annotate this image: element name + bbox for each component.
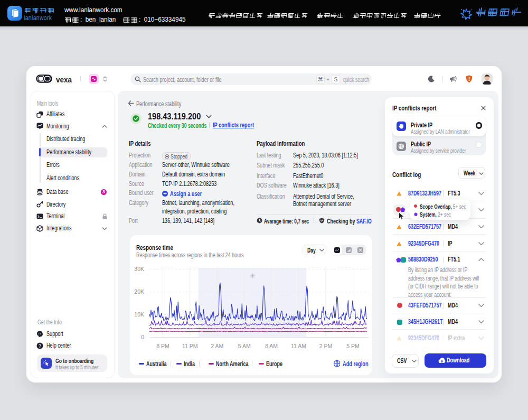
svg-text:5 AM: 5 AM <box>238 343 251 349</box>
svg-text:0: 0 <box>141 334 144 340</box>
svg-text:10K: 10K <box>134 311 144 318</box>
svg-text:30K: 30K <box>134 266 144 272</box>
svg-text:5 PM: 5 PM <box>346 343 360 349</box>
svg-text:2 PM: 2 PM <box>319 343 333 349</box>
svg-text:8 AM: 8 AM <box>265 343 278 349</box>
svg-text:20K: 20K <box>134 288 144 295</box>
svg-text:11 AM: 11 AM <box>291 343 306 349</box>
svg-text:11 PM: 11 PM <box>182 343 198 349</box>
svg-text:8 PM: 8 PM <box>156 343 169 349</box>
svg-text:2 AM: 2 AM <box>211 343 223 349</box>
